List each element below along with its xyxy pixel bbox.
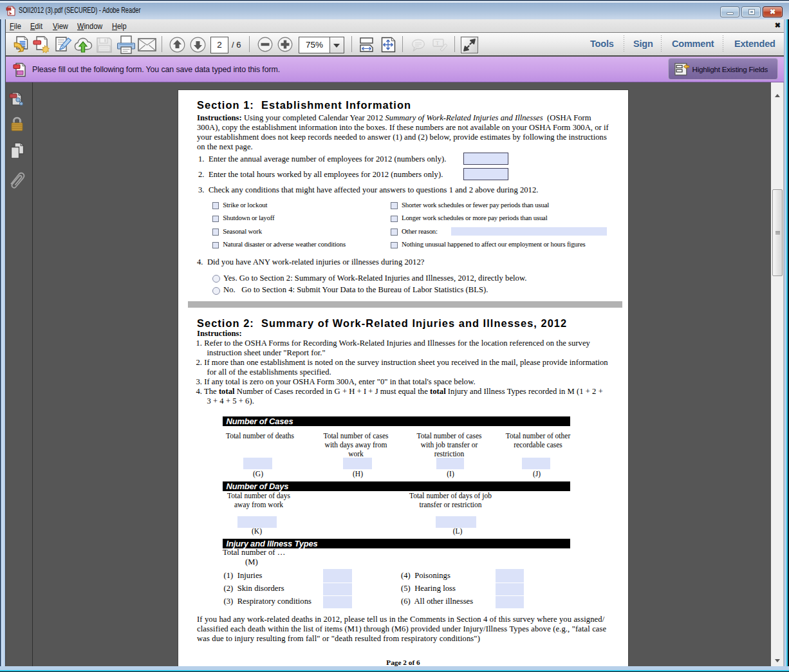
svg-text:T: T: [436, 40, 440, 46]
